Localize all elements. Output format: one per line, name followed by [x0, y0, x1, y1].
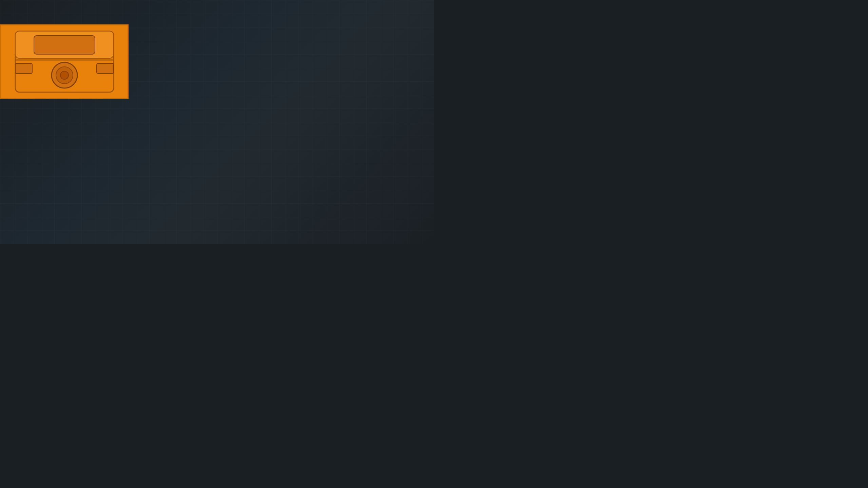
item-image — [0, 24, 129, 99]
main-container: × Tasks Tab Inventory Q Build Menu M Map… — [0, 0, 434, 244]
svg-rect-8 — [97, 63, 114, 74]
item-icon — [14, 29, 115, 94]
svg-rect-7 — [15, 63, 32, 74]
svg-point-6 — [60, 71, 69, 79]
svg-rect-3 — [34, 36, 95, 54]
